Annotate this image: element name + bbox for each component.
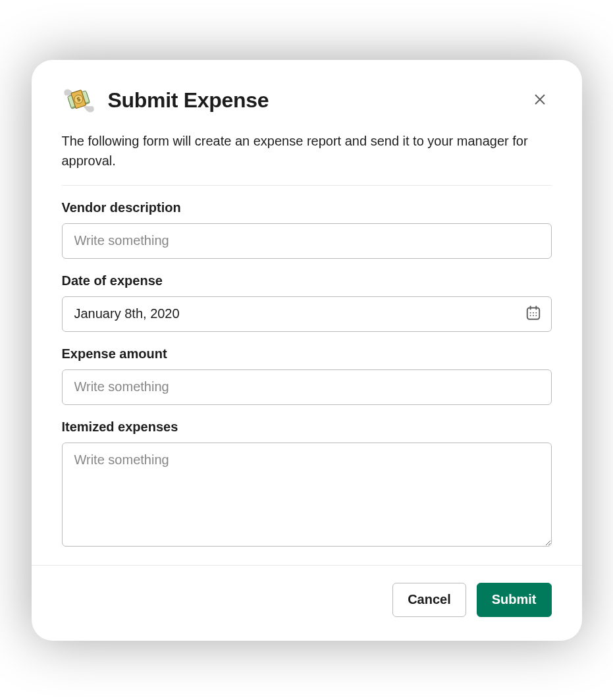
amount-label: Expense amount [62, 346, 552, 362]
vendor-field: Vendor description [62, 200, 552, 259]
modal-wrapper: $ Submit Expense The following form will… [32, 60, 582, 641]
vendor-label: Vendor description [62, 200, 552, 215]
modal-footer: Cancel Submit [32, 565, 582, 641]
cancel-button[interactable]: Cancel [392, 583, 466, 617]
date-picker[interactable]: January 8th, 2020 [62, 296, 552, 332]
svg-point-10 [529, 312, 531, 313]
amount-input[interactable] [62, 369, 552, 405]
submit-expense-modal: $ Submit Expense The following form will… [32, 60, 582, 641]
itemized-textarea[interactable] [62, 443, 552, 547]
svg-point-13 [529, 315, 531, 316]
svg-rect-7 [527, 308, 539, 319]
submit-button[interactable]: Submit [477, 583, 552, 617]
money-with-wings-icon: $ [62, 84, 96, 118]
date-field: Date of expense January 8th, 2020 [62, 273, 552, 332]
itemized-field: Itemized expenses [62, 419, 552, 549]
svg-point-15 [535, 315, 537, 316]
itemized-label: Itemized expenses [62, 419, 552, 435]
divider [62, 185, 552, 186]
close-button[interactable] [528, 89, 552, 113]
calendar-icon [525, 304, 542, 324]
modal-header: $ Submit Expense [32, 60, 582, 131]
svg-point-14 [533, 315, 534, 316]
date-value: January 8th, 2020 [74, 306, 180, 321]
svg-point-12 [535, 312, 537, 313]
close-icon [533, 92, 547, 109]
modal-title: Submit Expense [108, 88, 528, 113]
date-label: Date of expense [62, 273, 552, 288]
vendor-input[interactable] [62, 223, 552, 259]
modal-description: The following form will create an expens… [62, 131, 552, 171]
amount-field: Expense amount [62, 346, 552, 405]
modal-body: The following form will create an expens… [32, 131, 582, 565]
svg-point-11 [533, 312, 534, 313]
